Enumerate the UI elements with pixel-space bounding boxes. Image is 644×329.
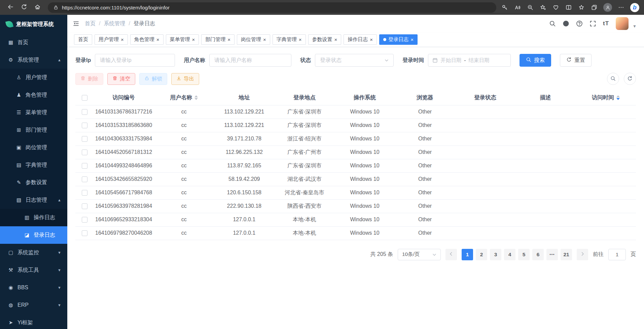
sort-caret[interactable]: [194, 95, 198, 100]
page-button[interactable]: 6: [532, 249, 544, 260]
sidebar-item-14[interactable]: ◉BBS▼: [0, 279, 67, 296]
sidebar-item-10[interactable]: ▥操作日志: [0, 209, 67, 226]
next-page-button[interactable]: [577, 249, 588, 260]
tab-0[interactable]: 首页: [74, 34, 92, 45]
sidebar-item-9[interactable]: ▧日志管理▲: [0, 191, 67, 209]
tab-9[interactable]: 登录日志×: [379, 34, 418, 45]
split-screen-icon[interactable]: [565, 4, 572, 11]
table-row[interactable]: 1641053426655825920cc58.19.42.209湖北省-武汉市…: [75, 172, 636, 186]
tab-4[interactable]: 部门管理×: [201, 34, 235, 45]
tab-8[interactable]: 操作日志×: [344, 34, 377, 45]
page-button[interactable]: 2: [476, 249, 487, 260]
close-icon[interactable]: ×: [192, 37, 195, 42]
tab-3[interactable]: 菜单管理×: [166, 34, 199, 45]
close-icon[interactable]: ×: [227, 37, 230, 42]
refresh-table-button[interactable]: [624, 73, 636, 85]
sidebar-item-15[interactable]: ◍ERP▼: [0, 296, 67, 314]
sidebar-item-13[interactable]: ⚒系统工具▼: [0, 261, 67, 279]
sidebar-item-11[interactable]: ◪登录日志: [0, 226, 67, 244]
home-button[interactable]: [32, 2, 43, 13]
row-checkbox[interactable]: [82, 123, 87, 128]
site-info-icon[interactable]: [53, 5, 59, 10]
sidebar-item-7[interactable]: ▤字典管理: [0, 156, 67, 174]
read-aloud-icon[interactable]: [514, 4, 521, 11]
row-checkbox[interactable]: [82, 163, 87, 169]
row-checkbox[interactable]: [82, 190, 87, 196]
back-button[interactable]: [5, 2, 16, 13]
copilot-icon[interactable]: b: [630, 3, 639, 12]
page-size-select[interactable]: 10条/页: [398, 249, 441, 260]
row-checkbox[interactable]: [82, 150, 87, 155]
export-button[interactable]: 导出: [171, 73, 199, 85]
close-icon[interactable]: ×: [299, 37, 302, 42]
font-size-icon[interactable]: tT: [603, 20, 609, 27]
close-icon[interactable]: ×: [156, 37, 159, 42]
row-checkbox[interactable]: [82, 217, 87, 223]
sidebar-item-16[interactable]: ➤Yi框架: [0, 314, 67, 329]
page-button[interactable]: 21: [561, 249, 572, 260]
header-search-icon[interactable]: [549, 20, 556, 27]
column-header[interactable]: 访问时间: [592, 94, 620, 101]
sidebar-item-1[interactable]: ⚙系统管理▲: [0, 51, 67, 69]
search-button[interactable]: 搜索: [520, 54, 551, 67]
favorites-icon[interactable]: [578, 4, 585, 11]
delete-button[interactable]: 删除: [75, 73, 103, 85]
sidebar-item-2[interactable]: ♙用户管理: [0, 69, 67, 86]
tab-7[interactable]: 参数设置×: [308, 34, 342, 45]
pager-ellipsis[interactable]: ⋯: [546, 249, 558, 260]
page-button[interactable]: 5: [518, 249, 530, 260]
page-button[interactable]: 1: [462, 249, 473, 260]
column-header[interactable]: 用户名称: [170, 94, 198, 101]
unlock-button[interactable]: 解锁: [139, 73, 167, 85]
sort-caret[interactable]: [616, 95, 620, 100]
sidebar-item-6[interactable]: ▣岗位管理: [0, 139, 67, 156]
login-ip-input[interactable]: [95, 54, 175, 67]
tab-6[interactable]: 字典管理×: [273, 34, 306, 45]
sidebar-item-5[interactable]: ⊞部门管理: [0, 121, 67, 139]
sidebar-item-12[interactable]: ▢系统监控▼: [0, 244, 67, 261]
close-icon[interactable]: ×: [121, 37, 124, 42]
essentials-icon[interactable]: [552, 4, 560, 11]
clear-button[interactable]: 清空: [107, 73, 135, 85]
close-icon[interactable]: ×: [334, 37, 337, 42]
collections-icon[interactable]: [591, 4, 598, 11]
table-row[interactable]: 1641054566717984768cc120.6.150.158河北省-秦皇…: [75, 186, 636, 199]
browser-profile-icon[interactable]: [603, 3, 612, 12]
breadcrumb-item[interactable]: 首页: [85, 20, 96, 27]
tab-5[interactable]: 岗位管理×: [237, 34, 270, 45]
breadcrumb-item[interactable]: 系统管理: [104, 20, 125, 27]
fullscreen-icon[interactable]: [589, 20, 596, 27]
sidebar-item-8[interactable]: ✎参数设置: [0, 174, 67, 191]
table-row[interactable]: 1641031533185863680cc113.102.129.221广东省-…: [75, 119, 636, 132]
user-avatar[interactable]: [616, 17, 629, 30]
table-row[interactable]: 1641069652933218304cc127.0.0.1本地-本机Windo…: [75, 213, 636, 226]
github-icon[interactable]: [563, 20, 569, 27]
table-row[interactable]: 1641031367863177216cc113.102.129.221广东省-…: [75, 105, 636, 119]
goto-page-input[interactable]: [608, 249, 626, 260]
tab-1[interactable]: 用户管理×: [95, 34, 128, 45]
close-icon[interactable]: ×: [370, 37, 373, 42]
table-row[interactable]: 1641043063331753984cc39.171.210.78浙江省-绍兴…: [75, 132, 636, 145]
favorite-add-icon[interactable]: [539, 4, 547, 11]
toggle-search-button[interactable]: [607, 73, 619, 85]
sidebar-item-4[interactable]: ☰菜单管理: [0, 104, 67, 121]
page-button[interactable]: 3: [490, 249, 501, 260]
row-checkbox[interactable]: [82, 203, 87, 209]
address-bar[interactable]: https://ccnetcore.com:1101/system/log/lo…: [48, 2, 496, 13]
row-checkbox[interactable]: [82, 109, 87, 115]
row-checkbox[interactable]: [82, 176, 87, 182]
page-button[interactable]: 4: [504, 249, 515, 260]
reset-button[interactable]: 重置: [560, 54, 592, 67]
zoom-icon[interactable]: [527, 4, 534, 11]
prev-page-button[interactable]: [445, 249, 457, 260]
tab-2[interactable]: 角色管理×: [130, 34, 164, 45]
row-checkbox[interactable]: [82, 230, 87, 236]
table-row[interactable]: 1641044520567181312cc112.96.225.132广东省-广…: [75, 145, 636, 159]
login-time-range-picker[interactable]: 开始日期 - 结束日期: [428, 54, 511, 67]
username-input[interactable]: [209, 54, 291, 67]
select-all-checkbox[interactable]: [82, 95, 87, 101]
row-checkbox[interactable]: [82, 136, 87, 142]
more-icon[interactable]: [617, 4, 625, 11]
close-icon[interactable]: ×: [410, 37, 414, 42]
refresh-page-button[interactable]: [18, 2, 30, 13]
